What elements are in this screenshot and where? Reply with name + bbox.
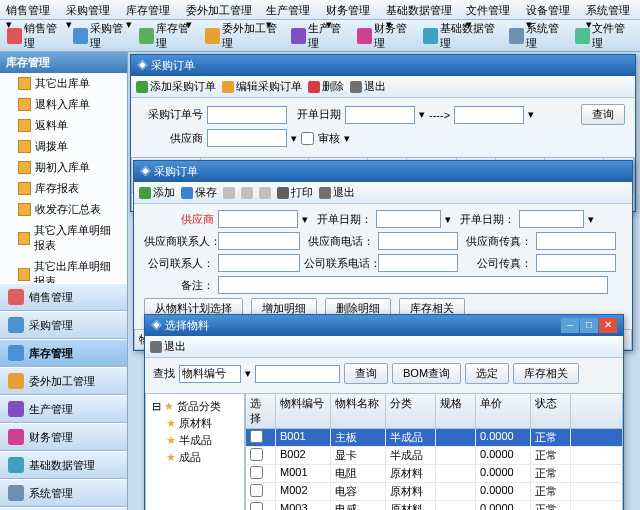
toolbar-button[interactable]: 基础数据管理 — [420, 19, 504, 53]
dropdown-icon[interactable]: ▾ — [445, 213, 451, 226]
menu-item[interactable]: 库存管理 ▾ — [120, 0, 180, 19]
tree-item[interactable]: ★半成品 — [150, 432, 240, 449]
tree-item[interactable]: 收发存汇总表 — [0, 199, 127, 220]
tree-item[interactable]: 其它入库单明细报表 — [0, 220, 127, 256]
row-checkbox[interactable] — [250, 448, 263, 461]
toolbar-button[interactable] — [223, 187, 235, 199]
toolbar-button[interactable]: 采购管理 — [70, 19, 134, 53]
toolbar-button[interactable]: 保存 — [181, 185, 217, 200]
row-checkbox[interactable] — [250, 430, 263, 443]
column-header[interactable]: 规格 — [436, 394, 476, 428]
input-supplier-phone[interactable] — [378, 232, 458, 250]
window-titlebar[interactable]: ◈ 采购订单 — [134, 161, 632, 182]
menu-item[interactable]: 生产管理 ▾ — [260, 0, 320, 19]
column-header[interactable]: 物料编号 — [276, 394, 331, 428]
table-row[interactable]: M003电感原材料0.0000正常 — [245, 501, 623, 510]
nav-button[interactable]: 委外加工管理 — [0, 367, 127, 395]
toolbar-button[interactable]: 销售管理 — [4, 19, 68, 53]
tree-item[interactable]: 库存报表 — [0, 178, 127, 199]
toolbar-button[interactable] — [259, 187, 271, 199]
dropdown-icon[interactable]: ▾ — [302, 213, 308, 226]
table-row[interactable]: M002电容原材料0.0000正常 — [245, 483, 623, 501]
toolbar-button[interactable]: 文件管理 — [572, 19, 636, 53]
menu-item[interactable]: 采购管理 ▾ — [60, 0, 120, 19]
toolbar-button[interactable]: 添加 — [139, 185, 175, 200]
menu-item[interactable]: 设备管理 ▾ — [520, 0, 580, 19]
nav-button[interactable]: 生产管理 — [0, 395, 127, 423]
menu-item[interactable]: 财务管理 ▾ — [320, 0, 380, 19]
window-titlebar[interactable]: ◈ 选择物料 – □ ✕ — [145, 315, 623, 336]
table-row[interactable]: B001主板半成品0.0000正常 — [245, 429, 623, 447]
input-date1[interactable] — [376, 210, 441, 228]
window-titlebar[interactable]: ◈ 采购订单 — [131, 55, 635, 76]
tree-item[interactable]: 调拨单 — [0, 136, 127, 157]
dropdown-icon[interactable]: ▾ — [419, 108, 425, 121]
row-checkbox[interactable] — [250, 502, 263, 510]
dropdown-icon[interactable]: ▾ — [245, 367, 251, 380]
maximize-button[interactable]: □ — [580, 318, 598, 333]
menu-item[interactable]: 销售管理 ▾ — [0, 0, 60, 19]
query-button[interactable]: 查询 — [581, 104, 625, 125]
row-checkbox[interactable] — [250, 484, 263, 497]
btn-stock-related[interactable]: 库存相关 — [513, 363, 579, 384]
toolbar-button[interactable]: 财务管理 — [354, 19, 418, 53]
input-po-number[interactable] — [207, 106, 287, 124]
close-button[interactable]: ✕ — [599, 318, 617, 333]
toolbar-button[interactable]: 系统管理 — [506, 19, 570, 53]
input-remark[interactable] — [218, 276, 608, 294]
toolbar-button[interactable]: 编辑采购订单 — [222, 79, 302, 94]
nav-button[interactable]: 库存管理 — [0, 339, 127, 367]
toolbar-button[interactable]: 删除 — [308, 79, 344, 94]
checkbox-audit[interactable] — [301, 132, 314, 145]
input-supplier[interactable] — [207, 129, 287, 147]
menu-item[interactable]: 文件管理 ▾ — [460, 0, 520, 19]
nav-button[interactable]: 采购管理 — [0, 311, 127, 339]
toolbar-button[interactable]: 生产管理 — [288, 19, 352, 53]
column-header[interactable]: 物料名称 — [331, 394, 386, 428]
column-header[interactable]: 状态 — [531, 394, 571, 428]
nav-button[interactable]: 财务管理 — [0, 423, 127, 451]
btn-bom-query[interactable]: BOM查询 — [392, 363, 461, 384]
toolbar-button[interactable]: 退出 — [150, 339, 186, 354]
column-header[interactable]: 单价 — [476, 394, 531, 428]
toolbar-button[interactable]: 库存管理 — [136, 19, 200, 53]
lookup-icon[interactable]: ▾ — [344, 132, 350, 145]
toolbar-button[interactable]: 退出 — [350, 79, 386, 94]
minimize-button[interactable]: – — [561, 318, 579, 333]
toolbar-button[interactable]: 退出 — [319, 185, 355, 200]
btn-query[interactable]: 查询 — [344, 363, 388, 384]
tree-item[interactable]: 退料入库单 — [0, 94, 127, 115]
btn-select[interactable]: 选定 — [465, 363, 509, 384]
toolbar-button[interactable]: 委外加工管理 — [202, 19, 286, 53]
tree-root[interactable]: ⊟★货品分类 — [150, 398, 240, 415]
tree-item[interactable]: 其它出库单 — [0, 73, 127, 94]
lookup-icon[interactable]: ▾ — [291, 132, 297, 145]
tree-item[interactable]: ★原材料 — [150, 415, 240, 432]
tree-item[interactable]: 期初入库单 — [0, 157, 127, 178]
tree-item[interactable]: 其它出库单明细报表 — [0, 256, 127, 283]
input-supplier-contact[interactable] — [218, 232, 300, 250]
input-company-contact[interactable] — [218, 254, 300, 272]
nav-button[interactable]: 销售管理 — [0, 283, 127, 311]
toolbar-button[interactable] — [241, 187, 253, 199]
input-date-to[interactable] — [454, 106, 524, 124]
input-company-phone[interactable] — [378, 254, 458, 272]
toolbar-button[interactable]: 打印 — [277, 185, 313, 200]
input-company-fax[interactable] — [536, 254, 616, 272]
input-supplier-fax[interactable] — [536, 232, 616, 250]
nav-button[interactable]: 系统管理 — [0, 479, 127, 507]
menu-item[interactable]: 基础数据管理 ▾ — [380, 0, 460, 19]
column-header[interactable]: 选择 — [246, 394, 276, 428]
column-header[interactable]: 分类 — [386, 394, 436, 428]
tree-item[interactable]: 返料单 — [0, 115, 127, 136]
select-search-by[interactable] — [179, 365, 241, 383]
input-search[interactable] — [255, 365, 340, 383]
dropdown-icon[interactable]: ▾ — [588, 213, 594, 226]
tree-item[interactable]: ★成品 — [150, 449, 240, 466]
menu-item[interactable]: 系统管理 ▾ — [580, 0, 640, 19]
table-row[interactable]: B002显卡半成品0.0000正常 — [245, 447, 623, 465]
row-checkbox[interactable] — [250, 466, 263, 479]
collapse-icon[interactable]: ⊟ — [152, 400, 161, 413]
dropdown-icon[interactable]: ▾ — [528, 108, 534, 121]
menu-item[interactable]: 委外加工管理 ▾ — [180, 0, 260, 19]
